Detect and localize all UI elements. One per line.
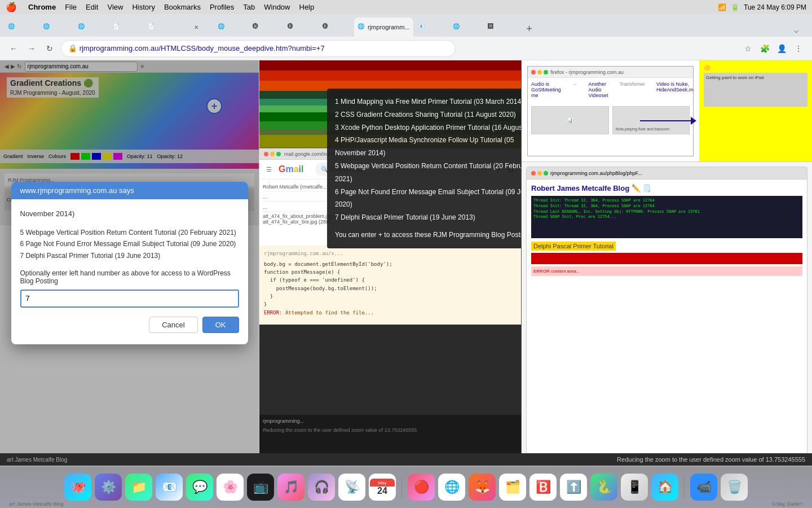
dock-news[interactable]: 📡	[338, 474, 365, 501]
menu-view[interactable]: View	[107, 3, 123, 11]
dock-trash[interactable]: 🗑️	[721, 474, 748, 501]
dock-firefox[interactable]: 🦊	[469, 474, 496, 501]
new-tab-button[interactable]: +	[522, 21, 537, 37]
apple-menu-icon[interactable]: 🍎	[6, 2, 17, 12]
tooltip-item-2: 2 CSS Gradient Creations Sharing Tutoria…	[335, 108, 522, 121]
browser-tab-1[interactable]: 🌐	[5, 17, 38, 37]
back-button[interactable]: ←	[7, 42, 20, 55]
dock-bbedit[interactable]: 🅱️	[529, 474, 557, 501]
dialog-prompt-label: Optionally enter left hand number as abo…	[20, 269, 239, 285]
toolbar-icons: ☆ 🧩 👤 ⋮	[741, 42, 805, 55]
browser-tab-5[interactable]: 📄	[144, 17, 178, 37]
chrome-window: 🌐 🌐 🌐 📄 📄 ✕ 🌐 🅦 🅗 🅗 🌐rjmprogramm... 📧 🌐 …	[0, 14, 812, 466]
dock-filezilla[interactable]: 🗂️	[499, 474, 526, 501]
menu-bar: 🍎 Chrome File Edit View History Bookmark…	[0, 0, 812, 14]
dock-pycharm[interactable]: 🐍	[590, 474, 617, 501]
browser-tab-6[interactable]: 🌐	[214, 17, 248, 37]
menu-right-icons: 📶 🔋 Tue 24 May 6:09 PM	[718, 3, 806, 11]
status-bar: art James Metcalfe Blog Reducing the zoo…	[0, 453, 812, 466]
right-browser-url: firefox - rjmprogramming.com.au	[550, 69, 624, 75]
browser-tab-13[interactable]: 🅼	[484, 17, 518, 37]
menu-profiles[interactable]: Profiles	[210, 3, 234, 11]
browser-tab-9[interactable]: 🅗	[319, 17, 353, 37]
dock-calendar[interactable]: May 24	[369, 474, 396, 501]
webpage-background: ◀ ▶ ↻ ≡ Gradient Creations 🟢 RJM Program…	[0, 60, 259, 466]
right-bottom: rjmprogramming.com.au/phpBlog/phpF... Ro…	[522, 162, 812, 466]
right-panel: firefox - rjmprogramming.com.au Audio is…	[522, 60, 812, 466]
middle-panel: ▷ Play mail.google.com/mail/u/0/#inbox ☰	[259, 60, 522, 466]
dock-music[interactable]: 🎵	[277, 474, 304, 501]
cancel-button[interactable]: Cancel	[149, 317, 197, 333]
dialog-message-text: November 2014)	[20, 209, 75, 218]
browser-tab-4[interactable]: 📄	[109, 17, 143, 37]
menu-chrome[interactable]: Chrome	[28, 3, 56, 11]
status-zoom: Reducing the zoom to the user defined zo…	[617, 456, 805, 463]
dock-files[interactable]: 📁	[125, 474, 152, 501]
svg-marker-1	[691, 117, 696, 125]
extensions-icon[interactable]: 🧩	[758, 42, 771, 55]
dock-tv[interactable]: 📺	[247, 474, 274, 501]
dock-messages[interactable]: 💬	[186, 474, 213, 501]
dock-podcasts[interactable]: 🎧	[308, 474, 335, 501]
tab-search-icon[interactable]: ⌵	[789, 23, 803, 37]
menu-window[interactable]: Window	[264, 3, 290, 11]
clock: Tue 24 May 6:09 PM	[744, 3, 806, 11]
menu-file[interactable]: File	[65, 3, 77, 11]
tooltip-item-3: 3 Xcode Python Desktop Application Prime…	[335, 121, 522, 134]
tooltip-item-5: 5 Webpage Vertical Position Return Conte…	[335, 160, 522, 186]
dock-transmit[interactable]: ⬆️	[560, 474, 587, 501]
code-area: rjmprogramming.com.au/x... body.bg = doc…	[259, 246, 521, 325]
url-bar[interactable]: 🔒 rjmprogramming.com.au/HTMLCSS/body_mou…	[61, 40, 456, 57]
dialog-list: 5 Webpage Vertical Position Return Conte…	[20, 227, 239, 261]
bookmark-icon[interactable]: ☆	[741, 42, 754, 55]
yellow-section: 🟡 Getting paint to work on iPad	[699, 60, 812, 161]
browser-tab-2[interactable]: 🌐	[39, 17, 73, 37]
red-bar	[531, 253, 802, 264]
tooltip-item-7: 7 Delphi Pascal Primer Tutorial (19 June…	[335, 211, 522, 224]
browser-tab-11[interactable]: 📧	[414, 17, 448, 37]
dock-launchpad[interactable]: ⚙️	[95, 474, 122, 501]
browser-tab-active[interactable]: 🌐rjmprogramm...	[354, 17, 413, 37]
browser-tab-12[interactable]: 🌐	[449, 17, 483, 37]
menu-help[interactable]: Help	[299, 3, 315, 11]
menu-icon[interactable]: ⋮	[792, 42, 805, 55]
dock-separator-1	[401, 476, 402, 498]
menu-tab[interactable]: Tab	[243, 3, 255, 11]
menu-edit[interactable]: Edit	[86, 3, 98, 11]
menu-bookmarks[interactable]: Bookmarks	[164, 3, 201, 11]
arrow-callout	[634, 111, 696, 133]
browser-tab-close-5[interactable]: ✕	[179, 17, 213, 37]
profile-icon[interactable]: 👤	[775, 42, 788, 55]
dock-homeassist[interactable]: 🏠	[651, 474, 678, 501]
forward-button[interactable]: →	[25, 42, 38, 55]
dialog-box: www.rjmprogramming.com.au says November …	[11, 182, 248, 344]
ok-button[interactable]: OK	[202, 317, 239, 333]
dialog-list-item-3: 7 Delphi Pascal Primer Tutorial (19 June…	[20, 250, 239, 261]
browser-tab-8[interactable]: 🅗	[284, 17, 318, 37]
blog-browser-url: rjmprogramming.com.au/phpBlog/phpF...	[550, 170, 642, 176]
dock-mail[interactable]: 📧	[156, 474, 183, 501]
dock-zoom[interactable]: 📹	[690, 474, 717, 501]
dialog-list-item-1: 5 Webpage Vertical Position Return Conte…	[20, 227, 239, 238]
browser-tab-7[interactable]: 🅦	[249, 17, 283, 37]
dock-chrome[interactable]: 🌐	[438, 474, 465, 501]
menu-history[interactable]: History	[132, 3, 155, 11]
status-left: art James Metcalfe Blog	[7, 457, 67, 463]
dock-iphone[interactable]: 📱	[621, 474, 648, 501]
dock-photos[interactable]: 🌸	[217, 474, 244, 501]
dialog-buttons: Cancel OK	[20, 317, 239, 335]
content-area: ◀ ▶ ↻ ≡ Gradient Creations 🟢 RJM Program…	[0, 60, 812, 466]
tab-bar: 🌐 🌐 🌐 📄 📄 ✕ 🌐 🅦 🅗 🅗 🌐rjmprogramm... 📧 🌐 …	[0, 14, 812, 37]
address-bar: ← → ↻ 🔒 rjmprogramming.com.au/HTMLCSS/bo…	[0, 37, 812, 60]
blog-image: Thread Init: Thread 32, 364, Process SOA…	[531, 196, 802, 238]
dialog-header: www.rjmprogramming.com.au says	[11, 182, 248, 199]
dialog-overlay: www.rjmprogramming.com.au says November …	[0, 60, 259, 466]
dock: 🐙 ⚙️ 📁 📧 💬 🌸 📺 🎵 🎧 📡 May 24 🔴 🌐 🦊 🗂️	[0, 466, 812, 508]
browser-tab-3[interactable]: 🌐	[74, 17, 108, 37]
blog-panel: rjmprogramming.com.au/phpBlog/phpF... Ro…	[526, 167, 807, 461]
dock-finder[interactable]: 🐙	[64, 474, 91, 501]
wifi-icon: 📶	[718, 3, 726, 11]
dialog-input[interactable]	[20, 290, 239, 308]
dock-opera[interactable]: 🔴	[408, 474, 435, 501]
reload-button[interactable]: ↻	[43, 42, 56, 55]
